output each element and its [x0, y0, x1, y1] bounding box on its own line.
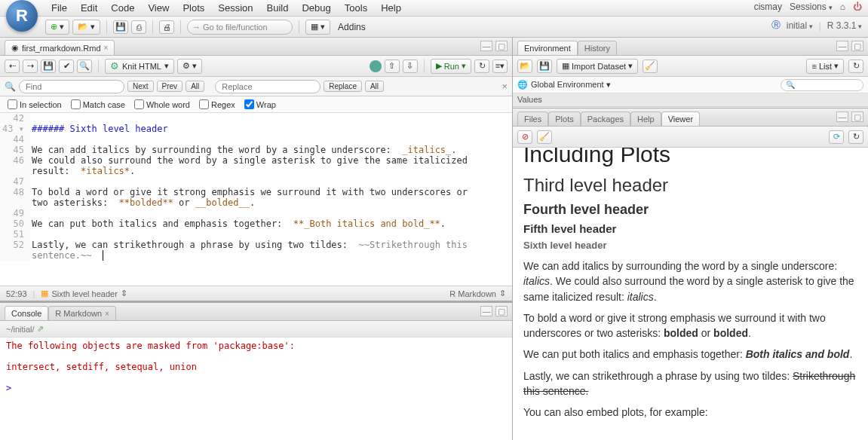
nav-next-icon[interactable]: ⇩ [403, 60, 418, 73]
new-file-button[interactable]: ⊕▾ [45, 20, 69, 35]
opt-wholeword[interactable]: Whole word [134, 99, 190, 109]
scope-select[interactable]: Global Environment ▾ [531, 80, 611, 90]
menu-debug[interactable]: Debug [302, 2, 330, 14]
opt-inselection[interactable]: In selection [8, 99, 62, 109]
user-label: cismay [754, 2, 782, 12]
load-icon[interactable]: 📂 [517, 60, 532, 73]
find-all-button[interactable]: All [186, 81, 204, 92]
close-find-icon[interactable]: × [501, 81, 508, 92]
lang-label[interactable]: R Markdown [449, 289, 496, 298]
back-icon[interactable]: ⇠ [5, 60, 20, 73]
separator [180, 20, 181, 34]
save-icon[interactable]: 💾 [41, 60, 56, 73]
minimize-icon[interactable]: — [480, 306, 492, 316]
clear-icon[interactable]: 🧹 [643, 60, 658, 73]
opt-regex[interactable]: Regex [199, 99, 235, 109]
publish-icon[interactable] [370, 60, 382, 72]
replace-input[interactable] [215, 80, 321, 93]
find-prev-button[interactable]: Prev [157, 81, 183, 92]
refresh-icon[interactable]: ↻ [848, 130, 863, 144]
power-icon[interactable]: ⏻ [853, 2, 862, 12]
addins-menu[interactable]: Addins [338, 22, 366, 32]
viewer-p3: We can put both italics and emphasis tog… [523, 347, 857, 362]
tab-console[interactable]: Console [5, 306, 48, 320]
chunks-icon[interactable]: ≡▾ [492, 60, 508, 73]
tab-packages[interactable]: Packages [581, 112, 630, 126]
opt-matchcase[interactable]: Match case [71, 99, 125, 109]
minimize-icon[interactable]: — [836, 41, 848, 51]
spellcheck-icon[interactable]: ✔ [59, 60, 74, 73]
browse-icon[interactable]: ⇗ [37, 324, 44, 334]
list-view-button[interactable]: ≡ List ▾ [806, 59, 844, 74]
maximize-icon[interactable]: ▢ [495, 306, 508, 316]
section-icon: ▦ [41, 289, 48, 298]
maximize-icon[interactable]: ▢ [851, 112, 863, 122]
replace-all-button[interactable]: All [365, 81, 384, 92]
console-prompt[interactable]: > [6, 383, 506, 393]
goto-file-input[interactable]: → Go to file/function [187, 20, 293, 35]
menu-session[interactable]: Session [218, 2, 253, 14]
tab-help[interactable]: Help [630, 112, 661, 126]
menu-plots[interactable]: Plots [182, 2, 204, 14]
env-search-input[interactable] [781, 79, 863, 91]
remove-icon[interactable]: ⊘ [517, 130, 532, 144]
gear-button[interactable]: ⚙ ▾ [177, 59, 202, 74]
maximize-icon[interactable]: ▢ [851, 41, 863, 51]
minimize-icon[interactable]: — [480, 41, 492, 51]
print-button[interactable]: 🖨 [159, 20, 174, 34]
project-info: Ⓡ initial | R 3.3.1 [771, 19, 862, 32]
sessions-menu[interactable]: Sessions [790, 2, 833, 12]
rmd-icon: ◉ [11, 43, 19, 53]
maximize-icon[interactable]: ▢ [495, 41, 508, 51]
console-output[interactable]: The following objects are masked from 'p… [0, 338, 512, 440]
nav-prev-icon[interactable]: ⇧ [385, 60, 400, 73]
home-icon[interactable]: ⌂ [840, 2, 845, 12]
find-bar: 🔍 Next Prev All Replace All × [0, 77, 512, 96]
tab-environment[interactable]: Environment [517, 41, 578, 55]
global-toolbar: ⊕▾ 📂▾ 💾 ⎙ 🖨 → Go to file/function ▦ ▾ Ad… [0, 17, 868, 38]
menu-file[interactable]: File [51, 2, 67, 14]
menu-edit[interactable]: Edit [81, 2, 97, 14]
tab-viewer[interactable]: Viewer [661, 112, 700, 126]
tab-files[interactable]: Files [517, 112, 548, 126]
replace-button[interactable]: Replace [324, 81, 362, 92]
find-icon[interactable]: 🔍 [77, 60, 92, 73]
r-icon: Ⓡ [771, 19, 781, 32]
project-menu[interactable]: initial [787, 20, 813, 31]
viewer-content[interactable]: Including Plots Third level header Fourt… [513, 148, 868, 440]
save-button[interactable]: 💾 [113, 20, 128, 34]
viewer-p4: Lastly, we can strikethrough a phrase by… [523, 368, 857, 399]
menu-tools[interactable]: Tools [345, 2, 367, 14]
refresh-icon[interactable]: ↻ [848, 60, 863, 73]
close-icon[interactable]: × [104, 44, 109, 52]
find-input[interactable] [19, 80, 124, 93]
source-tab[interactable]: ◉ first_rmarkdown.Rmd × [5, 40, 115, 55]
rerun-icon[interactable]: ↻ [474, 60, 489, 73]
clear-icon[interactable]: 🧹 [537, 130, 552, 144]
save-icon[interactable]: 💾 [537, 60, 552, 73]
run-button[interactable]: ▶ Run ▾ [431, 59, 471, 74]
close-icon[interactable]: × [105, 310, 109, 318]
section-label[interactable]: Sixth level header [51, 289, 117, 298]
minimize-icon[interactable]: — [836, 112, 848, 122]
menu-build[interactable]: Build [267, 2, 289, 14]
viewer-h2: Including Plots [523, 148, 857, 167]
tab-history[interactable]: History [578, 41, 617, 55]
tab-rmarkdown[interactable]: R Markdown× [48, 306, 116, 320]
knit-button[interactable]: Knit HTML ▾ [105, 59, 174, 74]
r-version-menu[interactable]: R 3.3.1 [827, 20, 862, 31]
fwd-icon[interactable]: ⇢ [23, 60, 38, 73]
open-project-button[interactable]: 📂▾ [72, 20, 100, 35]
find-next-button[interactable]: Next [127, 81, 154, 92]
menu-help[interactable]: Help [381, 2, 401, 14]
menu-code[interactable]: Code [111, 2, 134, 14]
opt-wrap[interactable]: Wrap [244, 99, 276, 109]
search-icon: 🔍 [5, 81, 16, 92]
code-editor[interactable]: 42 43 ▾###### Sixth level header44 45We … [0, 113, 512, 286]
menu-view[interactable]: View [148, 2, 169, 14]
tab-plots[interactable]: Plots [548, 112, 580, 126]
import-dataset-button[interactable]: ▦ Import Dataset ▾ [557, 59, 638, 74]
sync-icon[interactable]: ⟳ [829, 130, 844, 144]
saveall-button[interactable]: ⎙ [131, 20, 146, 34]
grid-button[interactable]: ▦ ▾ [305, 20, 330, 35]
